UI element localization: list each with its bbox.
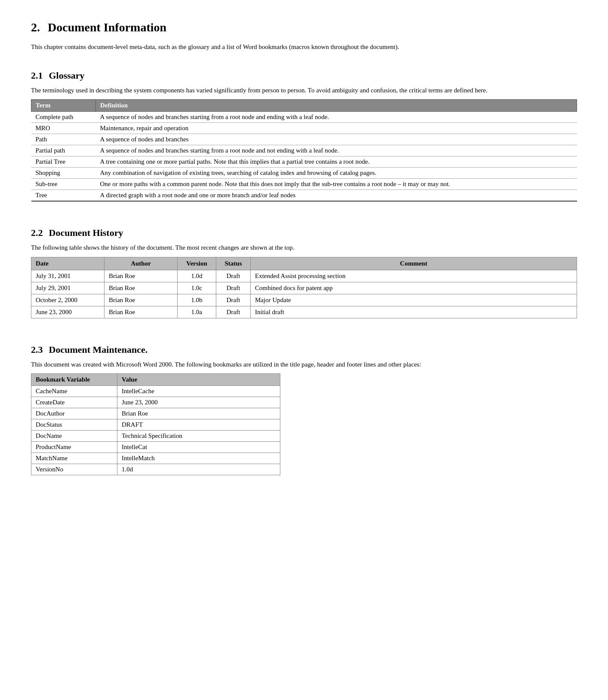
bookmark-row: CreateDateJune 23, 2000 <box>31 397 280 408</box>
section-intro: This chapter contains document-level met… <box>31 42 577 52</box>
bookmark-value: 1.0d <box>117 464 280 475</box>
section-number: 2. <box>31 21 40 34</box>
history-header-status: Status <box>216 257 251 270</box>
bookmark-variable: CreateDate <box>31 397 117 408</box>
bookmark-row: DocAuthorBrian Roe <box>31 408 280 419</box>
glossary-definition: A tree containing one or more partial pa… <box>96 156 577 168</box>
history-cell-comment: Combined docs for patent app <box>251 282 577 294</box>
glossary-definition: A sequence of nodes and branches startin… <box>96 145 577 156</box>
history-cell-author: Brian Roe <box>104 294 178 306</box>
history-cell-date: June 23, 2000 <box>31 306 104 318</box>
glossary-row: MROMaintenance, repair and operation <box>31 123 577 134</box>
glossary-term: Tree <box>31 190 96 202</box>
glossary-term: Partial path <box>31 145 96 156</box>
glossary-term: Partial Tree <box>31 156 96 168</box>
history-cell-comment: Major Update <box>251 294 577 306</box>
bookmark-row: ProductNameIntelleCat <box>31 442 280 453</box>
bookmark-table: Bookmark Variable Value CacheNameIntelle… <box>31 373 280 475</box>
bookmark-row: DocNameTechnical Specification <box>31 431 280 442</box>
history-row: June 23, 2000Brian Roe1.0aDraftInitial d… <box>31 306 577 318</box>
bookmark-row: DocStatusDRAFT <box>31 419 280 431</box>
bookmark-variable: ProductName <box>31 442 117 453</box>
bookmark-value: June 23, 2000 <box>117 397 280 408</box>
glossary-header-definition: Definition <box>96 100 577 112</box>
bookmark-variable: DocStatus <box>31 419 117 431</box>
history-cell-version: 1.0d <box>178 270 216 282</box>
history-header-author: Author <box>104 257 178 270</box>
bookmark-variable: DocAuthor <box>31 408 117 419</box>
maintenance-title: Document Maintenance. <box>49 344 148 355</box>
glossary-definition: A sequence of nodes and branches <box>96 134 577 145</box>
glossary-definition: One or more paths with a common parent n… <box>96 179 577 190</box>
glossary-intro: The terminology used in describing the s… <box>31 86 577 95</box>
history-row: July 31, 2001Brian Roe1.0dDraftExtended … <box>31 270 577 282</box>
glossary-title: Glossary <box>49 70 85 81</box>
bookmark-variable: CacheName <box>31 386 117 397</box>
history-intro: The following table shows the history of… <box>31 243 577 253</box>
history-header-date: Date <box>31 257 104 270</box>
history-cell-comment: Initial draft <box>251 306 577 318</box>
history-cell-comment: Extended Assist processing section <box>251 270 577 282</box>
glossary-term: Shopping <box>31 168 96 179</box>
history-title: Document History <box>49 227 123 238</box>
glossary-term: Complete path <box>31 112 96 123</box>
history-cell-status: Draft <box>216 282 251 294</box>
maintenance-intro: This document was created with Microsoft… <box>31 360 577 370</box>
glossary-term: Path <box>31 134 96 145</box>
glossary-row: Partial pathA sequence of nodes and bran… <box>31 145 577 156</box>
bookmark-variable: VersionNo <box>31 464 117 475</box>
glossary-row: ShoppingAny combination of navigation of… <box>31 168 577 179</box>
bookmark-header-variable: Bookmark Variable <box>31 374 117 386</box>
glossary-number: 2.1 <box>31 70 43 81</box>
glossary-row: Partial TreeA tree containing one or mor… <box>31 156 577 168</box>
history-number: 2.2 <box>31 227 43 238</box>
history-cell-status: Draft <box>216 306 251 318</box>
glossary-term: Sub-tree <box>31 179 96 190</box>
glossary-row: Complete pathA sequence of nodes and bra… <box>31 112 577 123</box>
bookmark-value: IntelleCache <box>117 386 280 397</box>
bookmark-variable: DocName <box>31 431 117 442</box>
history-cell-status: Draft <box>216 294 251 306</box>
glossary-section: 2.1 Glossary <box>31 56 577 86</box>
glossary-row: PathA sequence of nodes and branches <box>31 134 577 145</box>
glossary-definition: Any combination of navigation of existin… <box>96 168 577 179</box>
bookmark-value: Brian Roe <box>117 408 280 419</box>
glossary-header-term: Term <box>31 100 96 112</box>
glossary-term: MRO <box>31 123 96 134</box>
history-cell-version: 1.0a <box>178 306 216 318</box>
history-table: Date Author Version Status Comment July … <box>31 257 577 318</box>
bookmark-value: IntelleMatch <box>117 453 280 464</box>
history-cell-date: July 31, 2001 <box>31 270 104 282</box>
section-title: Document Information <box>48 21 166 34</box>
bookmark-header-value: Value <box>117 374 280 386</box>
glossary-definition: A directed graph with a root node and on… <box>96 190 577 202</box>
history-cell-author: Brian Roe <box>104 270 178 282</box>
history-cell-version: 1.0c <box>178 282 216 294</box>
history-cell-version: 1.0b <box>178 294 216 306</box>
bookmark-variable: MatchName <box>31 453 117 464</box>
history-cell-date: October 2, 2000 <box>31 294 104 306</box>
history-row: October 2, 2000Brian Roe1.0bDraftMajor U… <box>31 294 577 306</box>
history-cell-author: Brian Roe <box>104 306 178 318</box>
glossary-row: Sub-treeOne or more paths with a common … <box>31 179 577 190</box>
bookmark-value: DRAFT <box>117 419 280 431</box>
glossary-row: TreeA directed graph with a root node an… <box>31 190 577 202</box>
history-header-version: Version <box>178 257 216 270</box>
maintenance-number: 2.3 <box>31 344 43 355</box>
bookmark-row: VersionNo1.0d <box>31 464 280 475</box>
history-cell-date: July 29, 2001 <box>31 282 104 294</box>
bookmark-row: CacheNameIntelleCache <box>31 386 280 397</box>
glossary-definition: A sequence of nodes and branches startin… <box>96 112 577 123</box>
history-row: July 29, 2001Brian Roe1.0cDraftCombined … <box>31 282 577 294</box>
glossary-definition: Maintenance, repair and operation <box>96 123 577 134</box>
history-cell-status: Draft <box>216 270 251 282</box>
history-header-comment: Comment <box>251 257 577 270</box>
history-cell-author: Brian Roe <box>104 282 178 294</box>
maintenance-section: 2.3 Document Maintenance. <box>31 330 577 360</box>
bookmark-value: IntelleCat <box>117 442 280 453</box>
glossary-table: Term Definition Complete pathA sequence … <box>31 99 577 202</box>
bookmark-row: MatchNameIntelleMatch <box>31 453 280 464</box>
section-heading: 2. Document Information <box>31 21 577 39</box>
history-section: 2.2 Document History <box>31 214 577 243</box>
bookmark-value: Technical Specification <box>117 431 280 442</box>
